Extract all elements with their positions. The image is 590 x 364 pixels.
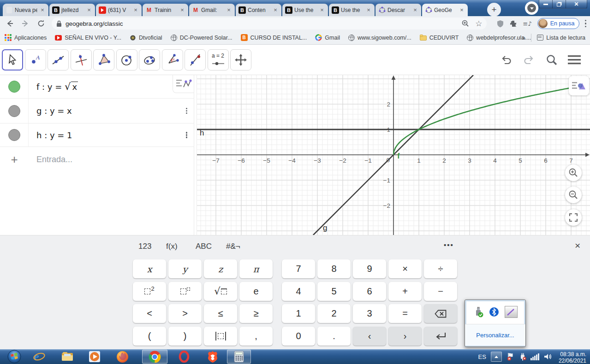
key-multiply[interactable]: × bbox=[388, 259, 422, 278]
media-controls-button[interactable] bbox=[525, 1, 538, 15]
key-pi[interactable]: π bbox=[239, 259, 273, 278]
tab-close-button[interactable]: × bbox=[459, 7, 465, 13]
key-4[interactable]: 4 bbox=[282, 282, 315, 301]
profile-chip[interactable]: En pausa bbox=[537, 18, 579, 29]
keyboard-tab-123[interactable]: 123 bbox=[138, 242, 151, 251]
row-menu-h[interactable] bbox=[186, 131, 188, 139]
tab-close-button[interactable]: × bbox=[365, 7, 372, 13]
zoom-out-button[interactable] bbox=[565, 187, 582, 203]
chrome-menu-button[interactable] bbox=[585, 19, 587, 28]
key-minus[interactable]: − bbox=[424, 282, 457, 301]
bluetooth-icon[interactable] bbox=[489, 306, 499, 317]
keyboard-tab-abc[interactable]: ABC bbox=[196, 242, 212, 251]
tab-close-button[interactable]: × bbox=[272, 7, 279, 13]
tab-close-button[interactable]: × bbox=[412, 7, 418, 13]
language-indicator[interactable]: ES bbox=[478, 353, 486, 360]
key-e[interactable]: e bbox=[239, 282, 273, 301]
key-leq[interactable]: ≤ bbox=[204, 304, 237, 323]
key-less-than[interactable]: < bbox=[133, 304, 166, 323]
tab-9[interactable]: Descar× bbox=[375, 4, 421, 16]
algebra-row-h[interactable]: h : y = 1 bbox=[0, 123, 194, 147]
network-signal-icon[interactable] bbox=[530, 353, 540, 360]
keyboard-tab-special[interactable]: #&¬ bbox=[226, 242, 240, 251]
keyboard-close-button[interactable]: × bbox=[575, 240, 580, 251]
key-9[interactable]: 9 bbox=[353, 259, 386, 278]
tool-reflect-about-line[interactable] bbox=[185, 49, 206, 70]
key-paren-close[interactable]: ) bbox=[168, 327, 202, 346]
key-5[interactable]: 5 bbox=[317, 282, 351, 301]
graphics-settings-button[interactable] bbox=[569, 76, 589, 95]
apps-shortcut[interactable]: Aplicaciones bbox=[5, 34, 47, 41]
tool-ellipse[interactable] bbox=[139, 49, 160, 70]
tool-move[interactable] bbox=[2, 49, 23, 70]
algebra-row-g[interactable]: g : y = x bbox=[0, 99, 194, 123]
key-power[interactable] bbox=[168, 282, 202, 301]
key-comma[interactable]: , bbox=[239, 327, 273, 346]
taskbar-media-player[interactable] bbox=[84, 350, 105, 364]
graphics-view[interactable]: −7−6−5−4−3−2−11234567−2−1120hgf bbox=[197, 75, 590, 235]
usb-device-icon[interactable] bbox=[473, 306, 483, 317]
key-3[interactable]: 3 bbox=[353, 304, 386, 323]
redo-button[interactable] bbox=[523, 54, 536, 65]
key-sqrt[interactable]: √ bbox=[204, 282, 237, 301]
tool-point[interactable]: A bbox=[25, 49, 46, 70]
tool-polygon[interactable] bbox=[93, 49, 114, 70]
tab-7[interactable]: BUse the× bbox=[282, 4, 328, 16]
show-hidden-icons-button[interactable] bbox=[491, 352, 502, 362]
key-plus[interactable]: + bbox=[388, 282, 422, 301]
taskbar-internet-explorer[interactable]: e bbox=[29, 350, 50, 364]
key-1[interactable]: 1 bbox=[282, 304, 315, 323]
tab-6[interactable]: BConten× bbox=[236, 4, 281, 16]
key-paren-open[interactable]: ( bbox=[133, 327, 166, 346]
taskbar-chrome-active[interactable] bbox=[142, 350, 167, 364]
bookmark-item[interactable]: Gmail bbox=[315, 34, 340, 41]
tool-perpendicular-line[interactable] bbox=[71, 49, 92, 70]
back-button[interactable] bbox=[4, 18, 16, 29]
address-bar[interactable]: geogebra.org/classic ☆ bbox=[52, 18, 487, 29]
shield-extension-icon[interactable] bbox=[497, 20, 504, 28]
key-x[interactable]: x bbox=[133, 259, 166, 278]
zoom-in-button[interactable] bbox=[565, 164, 582, 181]
algebra-input-row[interactable]: + Entrada... bbox=[0, 147, 194, 172]
key-geq[interactable]: ≥ bbox=[239, 304, 273, 323]
tool-circle-center-point[interactable] bbox=[116, 49, 137, 70]
tab-5[interactable]: MGmail:× bbox=[189, 4, 235, 16]
personalize-link[interactable]: Personalizar... bbox=[465, 324, 525, 346]
key-z[interactable]: z bbox=[204, 259, 237, 278]
fullscreen-button[interactable] bbox=[565, 209, 582, 226]
bookmark-star-icon[interactable]: ☆ bbox=[475, 19, 482, 28]
tab-close-button[interactable]: × bbox=[132, 7, 139, 13]
visibility-toggle-h[interactable] bbox=[8, 129, 20, 141]
bookmark-item[interactable]: Dtvoficial bbox=[130, 35, 162, 41]
tool-angle[interactable]: α bbox=[162, 49, 183, 70]
bookmark-item[interactable]: SEÑAL EN VIVO - Y... bbox=[55, 35, 121, 41]
key-abs[interactable] bbox=[204, 327, 237, 346]
taskbar-calculator-active[interactable] bbox=[227, 350, 251, 364]
key-enter[interactable] bbox=[424, 327, 457, 346]
key-6[interactable]: 6 bbox=[353, 282, 386, 301]
algebra-row-f[interactable]: f : y = √x bbox=[0, 75, 194, 99]
key-backspace[interactable] bbox=[424, 304, 457, 323]
restore-button[interactable] bbox=[553, 0, 566, 9]
power-plug-icon[interactable] bbox=[519, 352, 526, 361]
key-divide[interactable]: ÷ bbox=[424, 259, 457, 278]
key-equals[interactable]: = bbox=[388, 304, 422, 323]
new-tab-button[interactable]: + bbox=[487, 3, 501, 17]
zoom-page-icon[interactable] bbox=[461, 19, 470, 28]
taskbar-brave[interactable] bbox=[202, 350, 223, 364]
visibility-toggle-g[interactable] bbox=[8, 105, 20, 117]
tool-slider[interactable]: a = 2 bbox=[208, 49, 229, 70]
taskbar-firefox[interactable] bbox=[112, 350, 133, 364]
minimize-button[interactable] bbox=[539, 0, 553, 9]
tool-line[interactable] bbox=[48, 49, 69, 70]
key-greater-than[interactable]: > bbox=[168, 304, 202, 323]
tool-move-graphics-view[interactable] bbox=[230, 49, 251, 70]
main-menu-button[interactable] bbox=[568, 55, 581, 65]
tab-close-button[interactable]: × bbox=[319, 7, 325, 13]
keyboard-more-button[interactable]: ••• bbox=[444, 241, 454, 249]
key-7[interactable]: 7 bbox=[282, 259, 315, 278]
action-center-flag-icon[interactable] bbox=[507, 352, 515, 361]
algebra-style-bar-button[interactable] bbox=[173, 75, 194, 93]
key-arrow-right[interactable]: › bbox=[388, 327, 422, 346]
bookmarks-overflow-chevron[interactable]: » bbox=[522, 34, 525, 41]
